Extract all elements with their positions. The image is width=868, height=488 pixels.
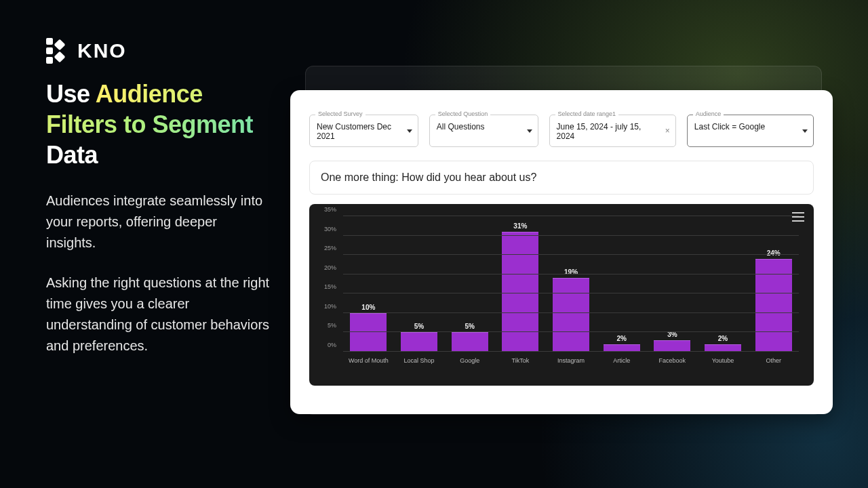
close-icon[interactable]: × <box>665 126 670 136</box>
survey-select[interactable]: Selected Survey New Customers Dec 2021 <box>309 115 418 147</box>
gridline <box>343 351 799 352</box>
y-tick-label: 0% <box>316 342 336 348</box>
chevron-down-icon <box>407 129 412 133</box>
y-tick-label: 10% <box>316 303 336 310</box>
chevron-down-icon <box>527 129 532 133</box>
brand-name: KNO <box>77 39 127 62</box>
bar[interactable] <box>452 332 488 352</box>
bar-value-label: 19% <box>564 268 578 276</box>
bar[interactable] <box>755 259 792 352</box>
date-range-label: Selected date range1 <box>555 110 619 117</box>
gridline <box>343 235 799 236</box>
question-select-value: All Questions <box>437 122 485 131</box>
brand-logo: KNO <box>46 38 270 64</box>
x-tick-label: Facebook <box>647 357 698 364</box>
x-tick-label: Word of Mouth <box>343 357 394 364</box>
survey-select-value: New Customers Dec 2021 <box>317 122 391 141</box>
x-tick-label: Instagram <box>546 357 597 364</box>
headline-plain: Use <box>46 80 96 108</box>
marketing-body: Audiences integrate seamlessly into your… <box>46 190 270 357</box>
x-tick-label: Article <box>596 357 647 364</box>
gridline <box>343 293 799 293</box>
y-tick-label: 30% <box>316 226 336 232</box>
filter-row: Selected Survey New Customers Dec 2021 S… <box>309 115 814 147</box>
date-range-value: June 15, 2024 - july 15, 2024 <box>557 122 642 141</box>
bar-value-label: 2% <box>718 335 728 342</box>
gridline <box>343 254 799 255</box>
bar[interactable] <box>401 332 437 352</box>
y-tick-label: 20% <box>316 264 336 271</box>
x-axis: Word of MouthLocal ShopGoogleTikTokInsta… <box>343 357 799 364</box>
bar-value-label: 10% <box>361 304 375 311</box>
question-select[interactable]: Selected Question All Questions <box>429 115 538 147</box>
audience-select-value: Last Click = Google <box>694 122 765 131</box>
question-select-label: Selected Question <box>435 110 491 117</box>
headline-trail: Data <box>46 141 98 169</box>
gridline <box>343 331 799 332</box>
audience-select-label: Audience <box>693 110 724 117</box>
y-tick-label: 35% <box>316 206 336 213</box>
bar-value-label: 5% <box>414 323 424 330</box>
x-tick-label: Local Shop <box>394 357 445 364</box>
report-card: Selected Survey New Customers Dec 2021 S… <box>290 90 833 414</box>
headline: Use Audience Filters to Segment Data <box>46 79 270 170</box>
y-tick-label: 15% <box>316 283 336 290</box>
chevron-down-icon <box>802 129 808 133</box>
bar-value-label: 5% <box>465 323 474 330</box>
bar[interactable] <box>654 340 690 352</box>
marketing-para-2: Asking the right questions at the right … <box>46 272 270 357</box>
x-tick-label: Google <box>444 357 495 364</box>
x-tick-label: TikTok <box>495 357 546 364</box>
bar-value-label: 2% <box>616 335 626 342</box>
audience-select[interactable]: Audience Last Click = Google <box>687 115 814 147</box>
question-title: One more thing: How did you hear about u… <box>309 161 814 195</box>
survey-select-label: Selected Survey <box>315 110 366 117</box>
date-range-select[interactable]: Selected date range1 June 15, 2024 - jul… <box>549 115 676 147</box>
brand-logo-mark <box>46 38 68 64</box>
gridline <box>343 274 799 274</box>
y-tick-label: 5% <box>316 322 336 329</box>
bar[interactable] <box>502 232 538 352</box>
chart-panel: 10%5%5%31%19%2%3%2%24% 0%5%10%15%20%25%3… <box>309 204 814 386</box>
marketing-column: KNO Use Audience Filters to Segment Data… <box>46 38 270 357</box>
bar-value-label: 31% <box>513 222 527 230</box>
bar-value-label: 24% <box>767 249 781 257</box>
bar-chart: 10%5%5%31%19%2%3%2%24% 0%5%10%15%20%25%3… <box>343 216 799 352</box>
bar[interactable] <box>553 278 589 352</box>
gridline <box>343 216 799 216</box>
gridline <box>343 312 799 313</box>
y-tick-label: 25% <box>316 245 336 251</box>
marketing-para-1: Audiences integrate seamlessly into your… <box>46 190 270 253</box>
x-tick-label: Other <box>748 357 799 364</box>
x-tick-label: Youtube <box>698 357 749 364</box>
